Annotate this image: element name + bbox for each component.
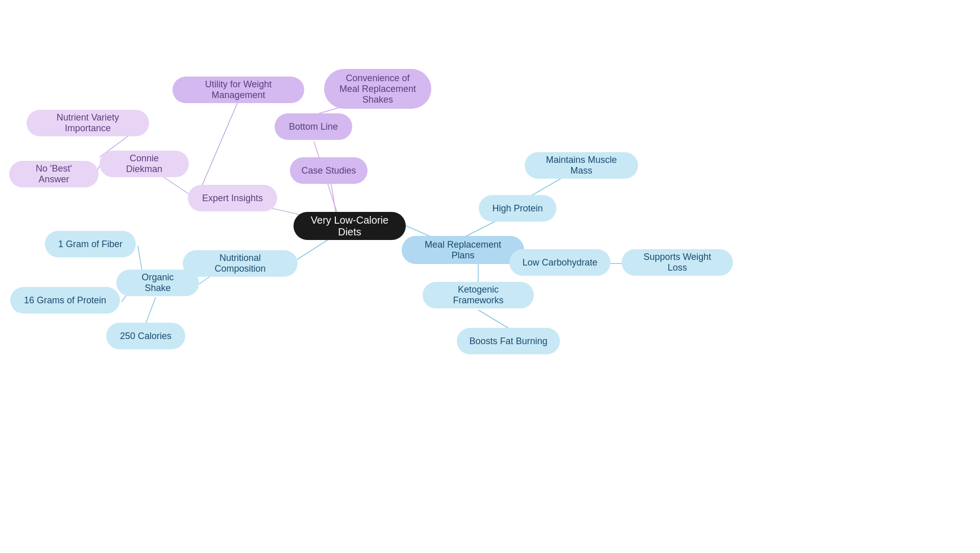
- sixteen-gram-protein-node: 16 Grams of Protein: [10, 287, 120, 314]
- supports-weight-loss-node: Supports Weight Loss: [622, 249, 733, 276]
- nutrient-variety-node: Nutrient Variety Importance: [27, 110, 149, 136]
- one-gram-fiber-node: 1 Gram of Fiber: [45, 231, 136, 257]
- organic-shake-node: Organic Shake: [116, 270, 199, 296]
- utility-weight-node: Utility for Weight Management: [173, 77, 304, 103]
- case-studies-node: Case Studies: [290, 157, 368, 184]
- svg-line-12: [145, 297, 156, 324]
- boosts-fat-burning-node: Boosts Fat Burning: [457, 328, 560, 354]
- expert-insights-node: Expert Insights: [188, 185, 277, 211]
- svg-line-19: [478, 310, 510, 329]
- center-node: Very Low-Calorie Diets: [293, 212, 406, 240]
- bottom-line-node: Bottom Line: [275, 113, 352, 140]
- high-protein-node: High Protein: [479, 195, 556, 222]
- connie-diekman-node: Connie Diekman: [100, 151, 189, 177]
- no-best-answer-node: No 'Best' Answer: [9, 161, 99, 187]
- convenience-meal-node: Convenience of Meal Replacement Shakes: [324, 69, 431, 109]
- two-fifty-calories-node: 250 Calories: [106, 323, 185, 349]
- meal-replacement-plans-node: Meal Replacement Plans: [402, 236, 524, 264]
- low-carbohydrate-node: Low Carbohydrate: [509, 249, 610, 276]
- nutritional-composition-node: Nutritional Composition: [183, 250, 298, 277]
- ketogenic-frameworks-node: Ketogenic Frameworks: [423, 282, 534, 308]
- maintains-muscle-node: Maintains Muscle Mass: [525, 152, 638, 179]
- svg-line-4: [202, 103, 237, 186]
